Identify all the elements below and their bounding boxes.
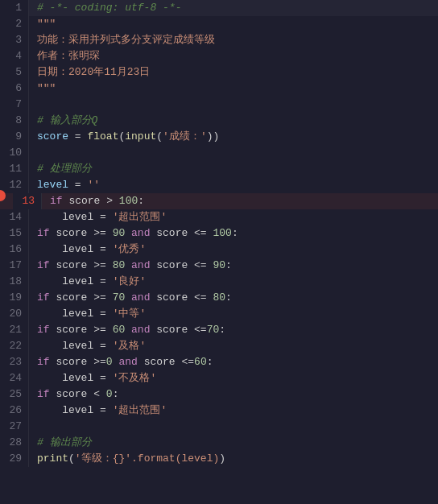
token: input — [125, 130, 156, 143]
line-content[interactable]: level = '超出范围' — [29, 403, 438, 419]
line-number: 11 — [0, 161, 29, 177]
line-content[interactable]: # 输出部分 — [29, 435, 438, 451]
line-content[interactable]: level = '良好' — [29, 274, 438, 290]
token: score <= — [156, 291, 213, 304]
line-number: 29 — [0, 451, 29, 467]
token: if — [37, 259, 50, 271]
line-content[interactable]: if score >= 80 and score <= 90: — [29, 258, 438, 274]
token: : — [232, 227, 238, 239]
line-number: 16 — [0, 242, 29, 258]
token: '及格' — [113, 340, 147, 352]
token: if — [37, 227, 50, 239]
token: float — [87, 130, 118, 143]
token: level = — [37, 404, 113, 416]
token: if — [37, 388, 50, 400]
line-27: 27 — [0, 419, 438, 435]
line-number: 19 — [0, 290, 29, 306]
token: 作者：张明琛 — [37, 50, 100, 62]
line-number: 1 — [0, 0, 29, 16]
token: score <= — [156, 259, 213, 271]
token: score <= — [156, 227, 213, 239]
token: 90 — [113, 227, 126, 239]
line-content[interactable]: # 输入部分Q — [29, 113, 438, 129]
token: # -*- coding: utf-8 -*- — [37, 2, 181, 14]
line-content[interactable]: if score >=0 and score <=60: — [29, 354, 438, 370]
token: if — [50, 195, 63, 207]
line-content[interactable]: # -*- coding: utf-8 -*- — [29, 0, 438, 16]
token: level — [37, 179, 68, 191]
line-19: 19if score >= 70 and score <= 80: — [0, 290, 438, 306]
line-number: 12 — [0, 177, 29, 193]
line-content[interactable]: level = '及格' — [29, 338, 438, 354]
token: 100 — [213, 227, 231, 239]
token: and — [125, 324, 156, 336]
line-content[interactable]: if score < 0: — [29, 386, 438, 403]
line-17: 17if score >= 80 and score <= 90: — [0, 258, 438, 274]
line-22: 22 level = '及格' — [0, 338, 438, 354]
line-content[interactable]: level = '不及格' — [29, 370, 438, 386]
line-content[interactable]: if score >= 90 and score <= 100: — [29, 225, 438, 242]
line-content[interactable]: level = '优秀' — [29, 242, 438, 258]
line-content[interactable]: level = '' — [29, 177, 438, 193]
token: print — [37, 452, 68, 465]
line-content[interactable] — [29, 145, 438, 161]
line-number: 26 — [0, 403, 29, 419]
line-content[interactable]: """ — [29, 81, 438, 97]
token: : — [113, 388, 119, 400]
line-11: 11# 处理部分 — [0, 161, 438, 177]
line-content[interactable]: score = float(input('成绩：')) — [29, 129, 438, 145]
line-7: 7 — [0, 97, 438, 113]
token: '超出范围' — [113, 404, 167, 416]
line-number: 25 — [0, 386, 29, 403]
line-number: 21 — [0, 322, 29, 338]
token: score >= — [50, 291, 113, 304]
token: if — [37, 324, 50, 336]
code-editor: 1# -*- coding: utf-8 -*-2"""3功能：采用并列式多分支… — [0, 0, 438, 504]
line-content[interactable]: print('等级：{}'.format(level)) — [29, 451, 438, 467]
line-content[interactable]: if score >= 60 and score <=70: — [29, 322, 438, 338]
line-number: 14 — [0, 209, 29, 225]
line-number: 17 — [0, 258, 29, 274]
token: ( — [156, 130, 163, 143]
token: score < — [50, 388, 106, 400]
line-content[interactable] — [29, 419, 438, 435]
line-content[interactable]: if score > 100: — [42, 193, 438, 209]
line-13: ✕13if score > 100: — [0, 193, 438, 209]
line-content[interactable]: 日期：2020年11月23日 — [29, 64, 438, 81]
token: """ — [37, 82, 56, 94]
token: score >= — [50, 259, 113, 271]
line-content[interactable]: # 处理部分 — [29, 161, 438, 177]
line-29: 29print('等级：{}'.format(level)) — [0, 451, 438, 467]
token: # 输入部分Q — [37, 114, 97, 126]
line-1: 1# -*- coding: utf-8 -*- — [0, 0, 438, 16]
line-number: 23 — [0, 354, 29, 370]
line-content[interactable]: if score >= 70 and score <= 80: — [29, 290, 438, 306]
line-15: 15if score >= 90 and score <= 100: — [0, 225, 438, 242]
token: score >= — [50, 227, 113, 239]
line-12: 12level = '' — [0, 177, 438, 193]
token: : — [225, 291, 232, 304]
token: 60 — [113, 324, 126, 336]
token: 日期：2020年11月23日 — [37, 66, 150, 78]
line-23: 23if score >=0 and score <=60: — [0, 354, 438, 370]
line-number: 10 — [0, 145, 29, 161]
line-14: 14 level = '超出范围' — [0, 209, 438, 225]
line-content[interactable]: level = '中等' — [29, 306, 438, 322]
line-content[interactable]: 功能：采用并列式多分支评定成绩等级 — [29, 32, 438, 48]
line-number: 9 — [0, 129, 29, 145]
token: score >= — [50, 356, 106, 368]
line-content[interactable] — [29, 97, 438, 113]
token: 80 — [113, 259, 126, 271]
line-16: 16 level = '优秀' — [0, 242, 438, 258]
line-number: 7 — [0, 97, 29, 113]
token: : — [219, 324, 225, 336]
line-content[interactable]: """ — [29, 16, 438, 32]
line-content[interactable]: 作者：张明琛 — [29, 48, 438, 64]
token: # 处理部分 — [37, 163, 92, 175]
token: 70 — [207, 324, 220, 336]
line-content[interactable]: level = '超出范围' — [29, 209, 438, 225]
line-9: 9score = float(input('成绩：')) — [0, 129, 438, 145]
token: and — [125, 259, 156, 271]
line-18: 18 level = '良好' — [0, 274, 438, 290]
token: '优秀' — [113, 243, 147, 255]
